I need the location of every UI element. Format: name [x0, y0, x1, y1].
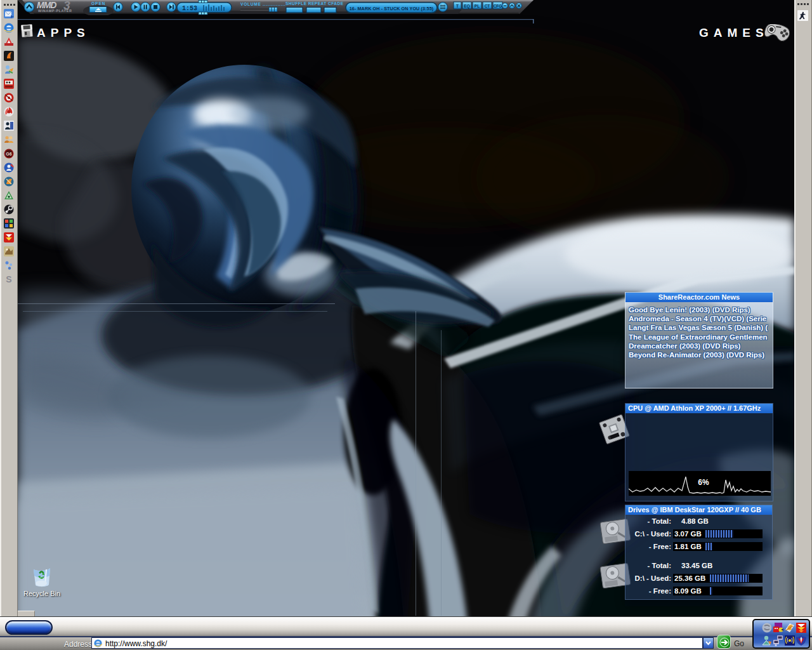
- svg-text:16- MARK OH - STUCK ON YOU (3:: 16- MARK OH - STUCK ON YOU (3:55): [350, 6, 434, 11]
- svg-text:S: S: [6, 274, 11, 284]
- svg-text:CFG: CFG: [494, 4, 502, 8]
- svg-text:6%: 6%: [698, 478, 709, 487]
- svg-text:WINAMP-PLAYER: WINAMP-PLAYER: [38, 9, 72, 13]
- svg-text:1:53: 1:53: [182, 5, 197, 12]
- svg-text:G6: G6: [6, 152, 11, 156]
- svg-text:EQ: EQ: [464, 4, 469, 9]
- svg-text:PL: PL: [475, 4, 480, 8]
- svg-text:CT: CT: [485, 4, 490, 8]
- svg-text:SHUFFLE REPEAT CFADE: SHUFFLE REPEAT CFADE: [285, 1, 344, 6]
- svg-text:VOLUME ..............: VOLUME ..............: [240, 2, 286, 6]
- svg-text:OPEN: OPEN: [91, 1, 105, 6]
- svg-text:T: T: [456, 4, 459, 8]
